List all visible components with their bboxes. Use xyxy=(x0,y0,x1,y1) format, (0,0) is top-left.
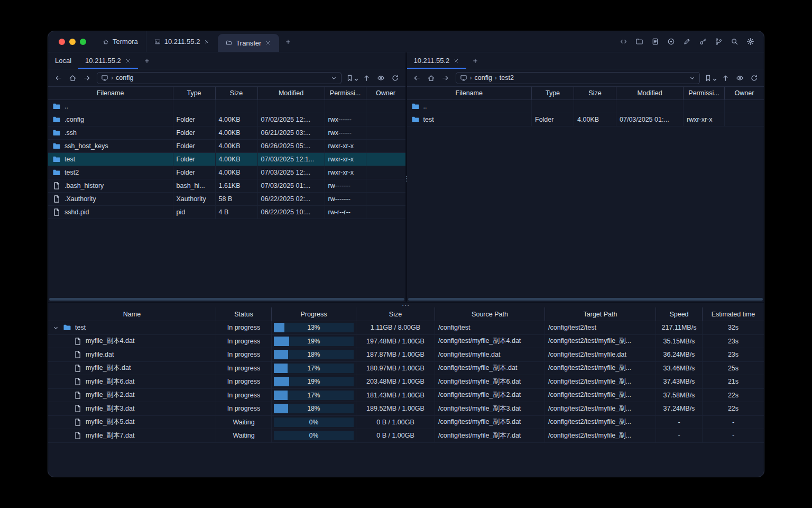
column-header-type[interactable]: Type xyxy=(173,87,216,99)
breadcrumb-segment[interactable]: test2 xyxy=(500,74,514,81)
home-button[interactable] xyxy=(67,72,78,84)
transfer-status: In progress xyxy=(216,335,272,348)
search-icon[interactable] xyxy=(731,38,739,46)
column-header-source-path[interactable]: Source Path xyxy=(435,307,545,321)
left-pane-tab-10-211-55-2[interactable]: 10.211.55.2 xyxy=(78,52,138,69)
back-button[interactable] xyxy=(411,72,423,84)
right-pane-tab-10-211-55-2[interactable]: 10.211.55.2 xyxy=(407,52,467,69)
key-icon[interactable] xyxy=(699,38,707,46)
column-header-target-path[interactable]: Target Path xyxy=(545,307,656,321)
column-header-estimated-time[interactable]: Estimated time xyxy=(703,307,764,321)
edit-icon[interactable] xyxy=(683,38,691,46)
transfer-size: 180.97MB / 1.00GB xyxy=(356,362,435,375)
horizontal-scrollbar[interactable] xyxy=(49,298,404,301)
file-row[interactable]: .configFolder4.00KB07/02/2025 12:...rwx-… xyxy=(48,113,405,126)
transfer-row[interactable]: myfile.datIn progress18%187.87MB / 1.00G… xyxy=(48,348,764,362)
file-row[interactable]: sshd.pidpid4 B06/22/2025 10:...rw-r--r-- xyxy=(48,206,405,219)
code-icon[interactable] xyxy=(620,38,628,46)
zoom-window-button[interactable] xyxy=(80,39,86,45)
column-header-size[interactable]: Size xyxy=(356,307,435,321)
bookmark-button[interactable] xyxy=(704,72,717,84)
chevron-down-icon[interactable] xyxy=(52,324,59,331)
record-icon[interactable] xyxy=(667,38,675,46)
column-header-type[interactable]: Type xyxy=(532,87,574,99)
folder-icon[interactable] xyxy=(635,38,643,46)
left-path-breadcrumb[interactable]: ›config xyxy=(97,72,342,84)
column-header-name[interactable]: Name xyxy=(48,307,216,321)
transfer-row[interactable]: myfile_副本5.datWaiting0%0 B / 1.00GB/conf… xyxy=(48,416,764,430)
transfer-row[interactable]: myfile_副本4.datIn progress19%197.48MB / 1… xyxy=(48,335,764,349)
minimize-window-button[interactable] xyxy=(69,39,76,45)
file-row[interactable]: test2Folder4.00KB07/03/2025 12:...rwxr-x… xyxy=(48,166,405,179)
close-icon[interactable] xyxy=(265,40,271,46)
transfer-row[interactable]: myfile_副本.datIn progress17%180.97MB / 1.… xyxy=(48,362,764,376)
journal-icon[interactable] xyxy=(651,38,659,46)
file-row[interactable]: .bash_historybash_hi...1.61KB07/03/2025 … xyxy=(48,179,405,193)
left-pane-tab-local[interactable]: Local xyxy=(48,52,78,69)
forward-button[interactable] xyxy=(440,72,451,84)
column-header-owner[interactable]: Owner xyxy=(725,87,764,99)
column-header-modified[interactable]: Modified xyxy=(616,87,684,99)
transfer-row[interactable]: myfile_副本3.datIn progress18%189.52MB / 1… xyxy=(48,402,764,416)
settings-icon[interactable] xyxy=(746,38,754,46)
back-button[interactable] xyxy=(52,72,64,84)
file-permissions: rwxr-xr-x xyxy=(684,113,725,126)
app-tab-transfer[interactable]: Transfer xyxy=(218,34,279,52)
breadcrumb-segment[interactable]: config xyxy=(475,74,492,81)
close-icon[interactable] xyxy=(125,58,131,64)
column-header-progress[interactable]: Progress xyxy=(272,307,356,321)
column-header-status[interactable]: Status xyxy=(216,307,272,321)
column-header-size[interactable]: Size xyxy=(216,87,258,99)
home-button[interactable] xyxy=(426,72,437,84)
branch-icon[interactable] xyxy=(715,38,723,46)
file-row[interactable]: .. xyxy=(407,100,764,113)
file-row[interactable]: testFolder4.00KB07/03/2025 12:1...rwxr-x… xyxy=(48,153,405,166)
file-row[interactable]: ssh_host_keysFolder4.00KB06/26/2025 05:.… xyxy=(48,140,405,153)
file-permissions: rw------- xyxy=(325,179,366,192)
close-icon[interactable] xyxy=(204,39,210,45)
forward-button[interactable] xyxy=(81,72,93,84)
column-header-filename[interactable]: Filename xyxy=(407,87,532,99)
right-path-breadcrumb[interactable]: ›config›test2 xyxy=(456,72,700,84)
file-permissions: rwx------ xyxy=(325,113,366,126)
column-header-speed[interactable]: Speed xyxy=(656,307,703,321)
chevron-down-icon[interactable] xyxy=(689,75,696,81)
transfer-eta: - xyxy=(703,429,764,442)
column-header-size[interactable]: Size xyxy=(574,87,616,99)
close-icon[interactable] xyxy=(453,58,459,64)
new-pane-tab-button[interactable] xyxy=(138,52,156,69)
progress-label: 18% xyxy=(307,405,320,412)
column-header-modified[interactable]: Modified xyxy=(258,87,325,99)
file-row[interactable]: testFolder4.00KB07/03/2025 01:...rwxr-xr… xyxy=(407,113,764,126)
file-row[interactable]: .XauthorityXauthority58 B06/22/2025 02:.… xyxy=(48,193,405,206)
file-row[interactable]: .sshFolder4.00KB06/21/2025 03:...rwx----… xyxy=(48,126,405,140)
new-pane-tab-button[interactable] xyxy=(466,52,484,69)
new-tab-button[interactable] xyxy=(279,31,297,52)
file-modified xyxy=(616,100,684,113)
transfer-row[interactable]: myfile_副本2.datIn progress17%181.43MB / 1… xyxy=(48,389,764,403)
close-window-button[interactable] xyxy=(59,39,65,45)
refresh-button[interactable] xyxy=(748,72,760,84)
column-header-filename[interactable]: Filename xyxy=(48,87,173,99)
transfer-row[interactable]: myfile_副本6.datIn progress19%203.48MB / 1… xyxy=(48,375,764,389)
column-header-owner[interactable]: Owner xyxy=(366,87,405,99)
refresh-button[interactable] xyxy=(390,72,401,84)
file-row[interactable]: .. xyxy=(48,100,405,113)
app-tab-termora[interactable]: Termora xyxy=(95,31,146,52)
horizontal-scrollbar[interactable] xyxy=(408,298,763,301)
column-header-permissi[interactable]: Permissi... xyxy=(684,87,725,99)
app-tab-10-211-55-2[interactable]: 10.211.55.2 xyxy=(146,31,218,52)
file-permissions: rwxr-xr-x xyxy=(325,140,366,152)
breadcrumb-segment[interactable]: config xyxy=(116,74,133,81)
chevron-down-icon[interactable] xyxy=(330,75,337,81)
upload-button[interactable] xyxy=(361,72,373,84)
show-hidden-button[interactable] xyxy=(734,72,745,84)
show-hidden-button[interactable] xyxy=(375,72,387,84)
transfer-panel-splitter[interactable]: ⋯ xyxy=(48,302,764,307)
bookmark-button[interactable] xyxy=(346,72,358,84)
transfer-row[interactable]: testIn progress13%1.11GB / 8.00GB/config… xyxy=(48,321,764,335)
column-header-permissi[interactable]: Permissi... xyxy=(325,87,366,99)
transfer-row[interactable]: myfile_副本7.datWaiting0%0 B / 1.00GB/conf… xyxy=(48,429,764,443)
pane-tab-label: Local xyxy=(55,57,71,65)
upload-button[interactable] xyxy=(719,72,731,84)
